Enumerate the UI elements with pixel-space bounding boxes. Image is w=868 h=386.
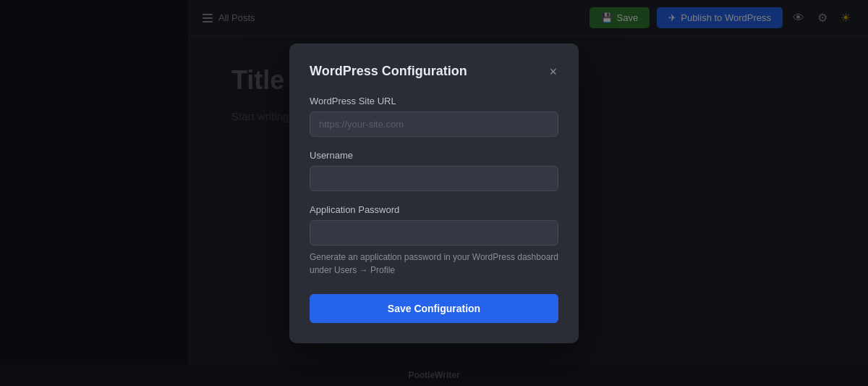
username-label: Username bbox=[310, 150, 558, 161]
username-input[interactable] bbox=[310, 166, 558, 191]
password-input[interactable] bbox=[310, 220, 558, 246]
password-label: Application Password bbox=[310, 204, 558, 215]
wordpress-config-modal: WordPress Configuration × WordPress Site… bbox=[289, 43, 579, 343]
modal-header: WordPress Configuration × bbox=[310, 64, 558, 80]
save-config-button[interactable]: Save Configuration bbox=[310, 294, 558, 323]
password-hint: Generate an application password in your… bbox=[310, 251, 558, 277]
username-group: Username bbox=[310, 150, 558, 191]
site-url-label: WordPress Site URL bbox=[310, 96, 558, 106]
site-url-input[interactable] bbox=[310, 112, 558, 137]
modal-close-button[interactable]: × bbox=[548, 64, 558, 80]
site-url-group: WordPress Site URL bbox=[310, 96, 558, 137]
password-group: Application Password Generate an applica… bbox=[310, 204, 558, 277]
modal-overlay: WordPress Configuration × WordPress Site… bbox=[0, 0, 868, 386]
modal-title: WordPress Configuration bbox=[310, 64, 467, 79]
